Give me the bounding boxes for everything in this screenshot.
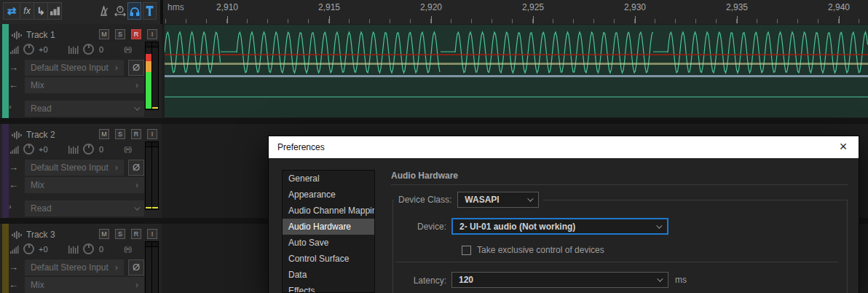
pan-knob[interactable]: [83, 144, 94, 155]
input-monitor-button[interactable]: I: [147, 129, 157, 139]
minor-tick: [695, 19, 696, 23]
phase-invert-button[interactable]: Ø: [128, 259, 144, 276]
prefs-nav-item-audio-channel-mapping[interactable]: Audio Channel Mapping: [283, 203, 374, 219]
prefs-nav-item-auto-save[interactable]: Auto Save: [283, 235, 374, 251]
mute-button[interactable]: M: [99, 229, 109, 239]
track-color-strip[interactable]: [2, 224, 9, 293]
disclosure-icon[interactable]: ›: [9, 102, 12, 111]
minor-tick: [349, 19, 350, 23]
output-selector[interactable]: Mix ›: [25, 177, 144, 193]
pan-icon: [68, 246, 80, 254]
volume-knob[interactable]: [23, 243, 34, 254]
major-tick: [431, 16, 432, 23]
device-dropdown[interactable]: 2- UI-01 audio (Not working): [451, 218, 668, 235]
effects-rack-button[interactable]: fx: [20, 2, 34, 20]
chevron-right-icon: ›: [135, 77, 138, 93]
output-selector[interactable]: Mix ›: [25, 277, 144, 293]
output-selector[interactable]: Mix ›: [25, 77, 144, 93]
timeline-ruler[interactable]: hms 2,9102,9152,9202,9252,9302,9352,940: [162, 0, 868, 24]
volume-envelope-line[interactable]: [165, 63, 868, 65]
volume-knob[interactable]: [23, 44, 34, 55]
track-color-strip[interactable]: [2, 24, 9, 118]
input-selector[interactable]: Default Stereo Input ›: [25, 160, 124, 176]
marker-pin-icon: [146, 6, 154, 16]
group-divider: [395, 262, 838, 262]
exclusive-checkbox-label[interactable]: Take exclusive control of devices: [477, 245, 604, 255]
minor-tick: [390, 19, 390, 23]
minor-tick: [267, 19, 268, 23]
input-selector-label: Default Stereo Input: [31, 259, 108, 276]
prefs-nav-item-general[interactable]: General: [283, 171, 374, 187]
waveform-track-icon: [12, 130, 23, 140]
dialog-titlebar[interactable]: Preferences: [269, 136, 859, 158]
level-meter: [145, 42, 159, 110]
record-arm-button[interactable]: R: [131, 129, 141, 139]
minor-tick: [471, 19, 472, 23]
ruler-tick-label: 2,925: [522, 2, 544, 12]
device-class-dropdown[interactable]: WASAPI: [457, 192, 539, 208]
prefs-nav-item-effects[interactable]: Effects: [283, 283, 374, 293]
metering-button[interactable]: [47, 2, 62, 20]
level-meter: [145, 141, 159, 210]
audio-clip[interactable]: [165, 25, 868, 117]
ruler-tick-label: 2,935: [726, 2, 748, 12]
input-selector[interactable]: Default Stereo Input ›: [25, 259, 124, 276]
pan-knob[interactable]: [83, 243, 94, 254]
solo-button[interactable]: S: [115, 229, 125, 239]
minor-tick: [675, 19, 676, 23]
mute-button[interactable]: M: [99, 29, 109, 39]
move-tool-button[interactable]: ⇄: [3, 2, 20, 20]
automation-mode-selector[interactable]: Read: [25, 101, 144, 117]
chevron-down-icon: [134, 104, 140, 110]
prefs-nav-item-data[interactable]: Data: [283, 267, 374, 283]
ruler-tick-label: 2,920: [420, 2, 442, 12]
volume-icon: [10, 146, 21, 154]
input-selector[interactable]: Default Stereo Input ›: [25, 60, 124, 76]
latency-dropdown[interactable]: 120: [451, 272, 668, 288]
prefs-nav-item-control-surface[interactable]: Control Surface: [283, 251, 374, 267]
automation-mode-selector[interactable]: Read: [25, 200, 144, 216]
arm-indicator-icon: ((•)): [124, 146, 131, 153]
input-arrow-icon: →: [9, 262, 18, 273]
audition-app: ⇄ fx ↳: [0, 0, 868, 293]
chevron-down-icon: [134, 204, 140, 210]
input-monitor-button[interactable]: I: [147, 29, 157, 39]
track-name[interactable]: Track 2: [26, 130, 55, 140]
phase-invert-button[interactable]: Ø: [128, 60, 144, 76]
track-name[interactable]: Track 1: [26, 30, 55, 40]
record-arm-button[interactable]: R: [131, 29, 141, 39]
level-meter: [145, 241, 159, 293]
metronome-button[interactable]: [96, 2, 111, 20]
sync-timer-button[interactable]: [113, 2, 127, 20]
monitor-input-button[interactable]: [127, 2, 141, 20]
bar-meter-icon: [50, 7, 60, 15]
marker-pin-button[interactable]: [143, 2, 157, 20]
pan-envelope-line[interactable]: [165, 75, 868, 77]
pan-knob[interactable]: [83, 44, 94, 55]
ruler-tick-label: 2,910: [216, 2, 238, 12]
mute-button[interactable]: M: [99, 129, 109, 139]
solo-button[interactable]: S: [115, 129, 125, 139]
output-selector-label: Mix: [31, 277, 44, 293]
exclusive-checkbox[interactable]: [462, 246, 471, 255]
major-tick: [635, 16, 636, 23]
record-arm-button[interactable]: R: [131, 229, 141, 239]
volume-value: +0: [39, 45, 48, 54]
phase-invert-button[interactable]: Ø: [128, 160, 144, 176]
editor-toolbar: ⇄ fx ↳: [0, 0, 162, 24]
track-color-strip[interactable]: [2, 124, 9, 218]
volume-knob[interactable]: [23, 144, 34, 155]
prefs-nav-item-audio-hardware[interactable]: Audio Hardware: [283, 219, 374, 235]
solo-button[interactable]: S: [115, 29, 125, 39]
close-button[interactable]: ×: [834, 138, 853, 156]
chevron-down-icon: [657, 276, 663, 281]
send-routing-button[interactable]: ↳: [33, 2, 48, 20]
disclosure-icon[interactable]: ›: [9, 202, 12, 211]
input-monitor-button[interactable]: I: [147, 229, 157, 239]
track-name[interactable]: Track 3: [26, 230, 55, 240]
prefs-nav-item-appearance[interactable]: Appearance: [283, 187, 374, 203]
minor-tick: [492, 19, 492, 23]
minor-tick: [410, 19, 411, 23]
minor-tick: [655, 19, 655, 23]
timer-icon: [114, 5, 126, 17]
